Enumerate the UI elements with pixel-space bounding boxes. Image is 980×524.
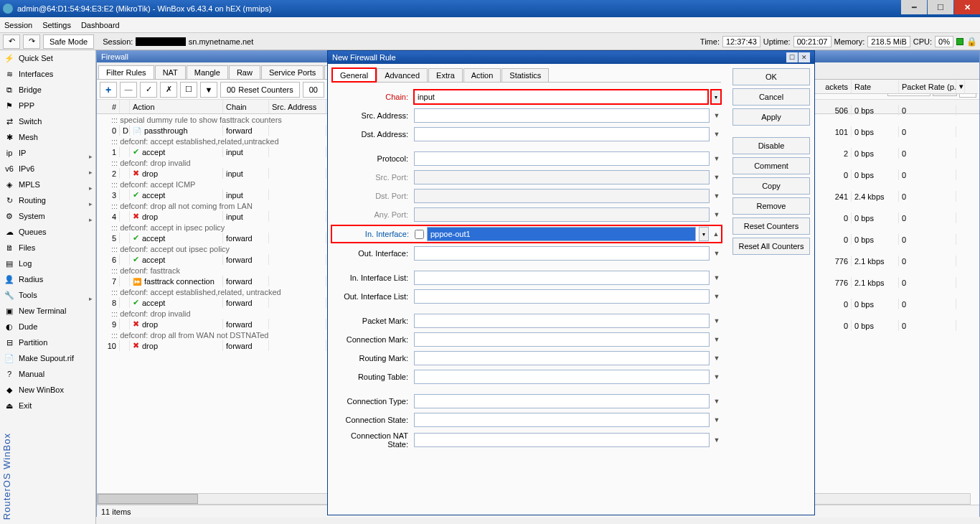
- connection-mark-field[interactable]: [414, 332, 710, 347]
- sidebar-item-switch[interactable]: ⇄Switch: [0, 113, 95, 129]
- sidebar-item-dude[interactable]: ◐Dude: [0, 319, 95, 334]
- sidebar-item-files[interactable]: 🗎Files: [0, 240, 95, 256]
- sidebar-item-quick-set[interactable]: ⚡Quick Set: [0, 50, 95, 66]
- in-interface-field[interactable]: pppoe-out1: [427, 227, 696, 241]
- safe-mode-button[interactable]: Safe Mode: [43, 34, 94, 49]
- connection-nat-state-field[interactable]: [414, 433, 710, 447]
- fw-tab-filter-rules[interactable]: Filter Rules: [98, 65, 154, 79]
- chain-field[interactable]: input: [414, 90, 708, 104]
- tab-statistics[interactable]: Statistics: [501, 68, 549, 82]
- protocol-field[interactable]: [414, 151, 710, 166]
- sidebar-item-exit[interactable]: ⏏Exit: [0, 398, 95, 413]
- col-number[interactable]: #: [97, 100, 120, 113]
- add-rule-button[interactable]: +: [100, 82, 117, 98]
- connection-type-expand[interactable]: ▼: [712, 398, 721, 405]
- src-address-expand[interactable]: ▼: [712, 112, 721, 119]
- disable-button-dlg[interactable]: Disable: [732, 137, 810, 154]
- sidebar-item-new-winbox[interactable]: ◆New WinBox: [0, 382, 95, 398]
- fw-tab-service-ports[interactable]: Service Ports: [261, 65, 324, 79]
- sidebar-item-mesh[interactable]: ✱Mesh: [0, 129, 95, 145]
- table-row-right[interactable]: 00 bps0: [813, 320, 978, 331]
- sidebar-item-mpls[interactable]: ◈MPLS: [0, 177, 95, 192]
- dialog-close-button[interactable]: ✕: [798, 52, 810, 62]
- fw-tab-mangle[interactable]: Mangle: [187, 65, 228, 79]
- copy-button[interactable]: Copy: [732, 177, 810, 195]
- sidebar-item-ppp[interactable]: ⚑PPP: [0, 98, 95, 113]
- col-packets[interactable]: ackets: [813, 80, 852, 93]
- comment-button[interactable]: ☐: [180, 82, 197, 98]
- undo-button[interactable]: ↶: [3, 34, 20, 49]
- dst-address-expand[interactable]: ▼: [712, 131, 721, 138]
- table-row-right[interactable]: 00 bps0: [813, 234, 978, 245]
- tab-advanced[interactable]: Advanced: [377, 68, 428, 82]
- chain-dropdown-button[interactable]: ▾: [711, 90, 721, 104]
- sidebar-item-ipv6[interactable]: v6IPv6: [0, 161, 95, 177]
- sidebar-item-interfaces[interactable]: ≋Interfaces: [0, 66, 95, 82]
- out-interface-field[interactable]: [414, 246, 710, 261]
- tab-extra[interactable]: Extra: [428, 68, 463, 82]
- col-packet-rate[interactable]: Packet Rate (p...: [899, 80, 956, 93]
- routing-table-expand[interactable]: ▼: [712, 373, 721, 380]
- col-flag[interactable]: [120, 100, 130, 113]
- apply-button[interactable]: Apply: [732, 108, 810, 126]
- dialog-title[interactable]: New Firewall Rule ☐ ✕: [328, 51, 814, 64]
- menu-settings[interactable]: Settings: [42, 21, 71, 29]
- out-interface-expand[interactable]: ▼: [712, 250, 721, 257]
- packet-mark-expand[interactable]: ▼: [712, 317, 721, 324]
- sidebar-item-bridge[interactable]: ⧉Bridge: [0, 82, 95, 98]
- in-interface-not-checkbox[interactable]: [415, 230, 424, 239]
- sidebar-item-queues[interactable]: ☁Queues: [0, 224, 95, 240]
- col-action[interactable]: Action: [130, 100, 223, 113]
- sidebar-item-ip[interactable]: ipIP: [0, 145, 95, 161]
- cancel-button[interactable]: Cancel: [732, 88, 810, 106]
- connection-state-field[interactable]: [414, 413, 710, 427]
- sidebar-item-system[interactable]: ⚙System: [0, 208, 95, 224]
- out-interface-list-field[interactable]: [414, 289, 710, 304]
- packet-mark-field[interactable]: [414, 314, 710, 328]
- menu-session[interactable]: Session: [4, 21, 32, 29]
- remove-rule-button[interactable]: —: [120, 82, 137, 98]
- in-interface-list-field[interactable]: [414, 271, 710, 285]
- disable-button[interactable]: ✗: [160, 82, 177, 98]
- tab-action[interactable]: Action: [463, 68, 501, 82]
- table-row-right[interactable]: 00 bps0: [813, 212, 978, 223]
- tab-general[interactable]: General: [332, 68, 376, 82]
- table-row-right[interactable]: 00 bps0: [813, 169, 978, 180]
- routing-mark-field[interactable]: [414, 351, 710, 365]
- in-interface-list-expand[interactable]: ▼: [712, 274, 721, 281]
- table-row-right[interactable]: 5060 bps0: [813, 105, 978, 116]
- src-port-expand[interactable]: ▼: [712, 174, 721, 181]
- col-chain[interactable]: Chain: [223, 100, 269, 113]
- sidebar-item-radius[interactable]: 👤Radius: [0, 271, 95, 287]
- connection-type-field[interactable]: [414, 394, 710, 408]
- maximize-button[interactable]: ☐: [928, 0, 953, 14]
- routing-table-field[interactable]: [414, 370, 710, 384]
- any-port-expand[interactable]: ▼: [712, 211, 721, 218]
- table-row-right[interactable]: 1010 bps0: [813, 126, 978, 137]
- ok-button[interactable]: OK: [732, 68, 810, 85]
- sidebar-item-make-supout.rif[interactable]: 📄Make Supout.rif: [0, 350, 95, 366]
- out-interface-list-expand[interactable]: ▼: [712, 293, 721, 300]
- routing-mark-expand[interactable]: ▼: [712, 355, 721, 362]
- reset-all-counters-button[interactable]: 00: [303, 82, 324, 98]
- col-src-address[interactable]: Src. Address: [269, 100, 326, 113]
- sidebar-item-new-terminal[interactable]: ▣New Terminal: [0, 303, 95, 319]
- table-row-right[interactable]: 00 bps0: [813, 299, 978, 309]
- sidebar-item-partition[interactable]: ⊟Partition: [0, 334, 95, 350]
- filter-button[interactable]: ▼: [200, 82, 217, 98]
- in-interface-collapse[interactable]: ▲: [712, 230, 720, 238]
- menu-dashboard[interactable]: Dashboard: [81, 21, 120, 29]
- reset-counters-button[interactable]: 00Reset Counters: [220, 82, 300, 98]
- table-row-right[interactable]: 7762.1 kbps0: [813, 277, 978, 288]
- connection-state-expand[interactable]: ▼: [712, 416, 721, 424]
- fw-tab-raw[interactable]: Raw: [229, 65, 260, 79]
- connection-nat-state-expand[interactable]: ▼: [712, 436, 721, 444]
- sidebar-item-tools[interactable]: 🔧Tools: [0, 287, 95, 303]
- minimize-button[interactable]: ━: [901, 0, 927, 14]
- reset-counters-button-dlg[interactable]: Reset Counters: [732, 217, 810, 235]
- sidebar-item-manual[interactable]: ?Manual: [0, 366, 95, 382]
- reset-all-counters-button-dlg[interactable]: Reset All Counters: [732, 238, 810, 255]
- sidebar-item-routing[interactable]: ↻Routing: [0, 192, 95, 208]
- close-button[interactable]: ✕: [954, 0, 980, 14]
- col-rate[interactable]: Rate: [852, 80, 899, 93]
